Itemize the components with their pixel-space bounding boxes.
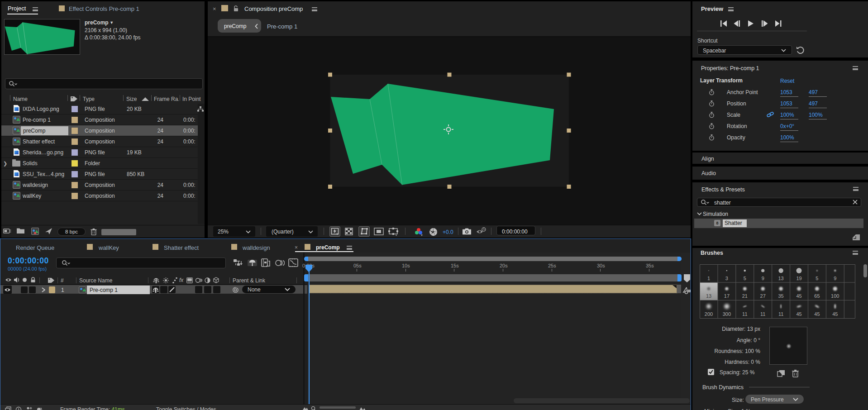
svg-text:300: 300: [723, 311, 731, 317]
svg-text:19: 19: [796, 276, 801, 281]
svg-text:65: 65: [814, 293, 820, 299]
svg-text:200: 200: [705, 311, 713, 317]
svg-text:11: 11: [742, 311, 747, 317]
svg-text:45: 45: [796, 311, 801, 317]
svg-text:9: 9: [834, 276, 836, 281]
svg-text:21: 21: [742, 293, 748, 299]
svg-text:11: 11: [778, 311, 783, 317]
svg-text:100: 100: [831, 293, 839, 299]
svg-text:5: 5: [816, 276, 818, 281]
svg-text:13: 13: [778, 276, 783, 281]
svg-text:3: 3: [725, 276, 728, 281]
svg-text:1: 1: [707, 276, 710, 281]
svg-text:45: 45: [796, 293, 801, 299]
svg-text:11: 11: [760, 311, 765, 317]
svg-text:35: 35: [778, 293, 783, 299]
svg-text:13: 13: [706, 293, 711, 299]
svg-text:9: 9: [762, 276, 764, 281]
svg-text:17: 17: [724, 293, 730, 299]
svg-text:45: 45: [832, 311, 838, 317]
svg-text:45: 45: [814, 311, 820, 317]
svg-text:5: 5: [744, 276, 746, 281]
svg-text:27: 27: [760, 293, 766, 299]
